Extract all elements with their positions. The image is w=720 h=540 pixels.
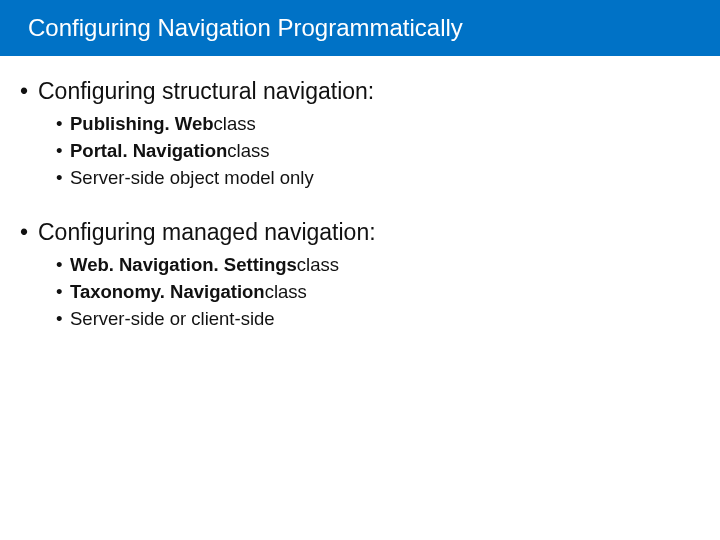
list-item: • Taxonomy. Navigationclass [56,279,704,306]
section-heading: • Configuring structural navigation: [16,78,704,105]
slide-body: • Configuring structural navigation: • P… [0,56,720,333]
bullet-icon: • [56,165,70,192]
sub-list: • Publishing. Webclass • Portal. Navigat… [56,111,704,191]
list-item-text: Server-side or client-side [70,306,275,333]
bullet-icon: • [56,279,70,306]
section-heading: • Configuring managed navigation: [16,219,704,246]
bullet-icon: • [56,252,70,279]
list-item: • Web. Navigation. Settingsclass [56,252,704,279]
list-item-text: Publishing. Webclass [70,111,256,138]
list-item: • Publishing. Webclass [56,111,704,138]
slide-title: Configuring Navigation Programmatically [28,14,463,42]
list-item: • Portal. Navigationclass [56,138,704,165]
slide-header: Configuring Navigation Programmatically [0,0,720,56]
list-item-text: Web. Navigation. Settingsclass [70,252,339,279]
bullet-icon: • [56,306,70,333]
list-item-text: Taxonomy. Navigationclass [70,279,307,306]
list-item: • Server-side object model only [56,165,704,192]
bullet-icon: • [16,219,38,246]
section-heading-text: Configuring managed navigation: [38,219,376,246]
list-item-text: Portal. Navigationclass [70,138,269,165]
list-item-text: Server-side object model only [70,165,314,192]
sub-list: • Web. Navigation. Settingsclass • Taxon… [56,252,704,332]
bullet-icon: • [56,138,70,165]
bullet-icon: • [56,111,70,138]
list-item: • Server-side or client-side [56,306,704,333]
section-heading-text: Configuring structural navigation: [38,78,374,105]
bullet-icon: • [16,78,38,105]
